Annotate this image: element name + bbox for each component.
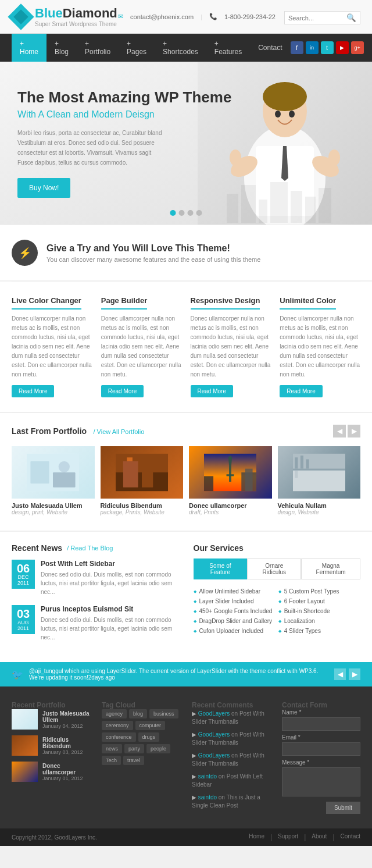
twitter-icon[interactable]: t bbox=[321, 41, 334, 54]
hero-dot-3[interactable] bbox=[188, 210, 194, 216]
tag-drugs[interactable]: drugs bbox=[138, 732, 160, 742]
comment-author-4[interactable]: saintdo bbox=[198, 773, 217, 780]
tag-news[interactable]: news bbox=[102, 744, 122, 753]
email-input[interactable] bbox=[282, 742, 360, 756]
svg-point-21 bbox=[59, 461, 70, 472]
facebook-icon[interactable]: f bbox=[291, 41, 303, 54]
footer-link-home[interactable]: Home bbox=[249, 833, 264, 841]
portfolio-svg-4 bbox=[293, 449, 345, 496]
tag-agency[interactable]: agency bbox=[102, 709, 127, 718]
nav-item-pages[interactable]: + Pages bbox=[119, 34, 155, 62]
read-more-btn-2[interactable]: Read More bbox=[101, 385, 144, 397]
news-day-2: 03 bbox=[16, 608, 30, 620]
comment-author-1[interactable]: GoodLayers bbox=[198, 710, 230, 717]
footer-link-contact[interactable]: Contact bbox=[341, 833, 360, 841]
read-more-btn-1[interactable]: Read More bbox=[12, 385, 54, 397]
hero-dot-1[interactable] bbox=[170, 210, 176, 216]
footer-link-about[interactable]: About bbox=[312, 833, 327, 841]
svg-rect-22 bbox=[53, 472, 76, 488]
portfolio-view-all-link[interactable]: / View All Portfolio bbox=[93, 428, 144, 435]
footer-thumb-2 bbox=[12, 735, 38, 756]
twitter-prev-button[interactable]: ◀ bbox=[334, 668, 346, 680]
service-item-10: 4 Slider Types bbox=[278, 626, 360, 636]
tag-people[interactable]: people bbox=[146, 744, 170, 753]
footer-link-sep-1: | bbox=[270, 833, 272, 841]
email-label: Email * bbox=[282, 734, 360, 741]
footer-link-support[interactable]: Support bbox=[278, 833, 298, 841]
news-item-title-1: Post With Left Sidebar bbox=[41, 560, 179, 568]
portfolio-prev-button[interactable]: ◀ bbox=[333, 425, 346, 437]
read-more-btn-4[interactable]: Read More bbox=[280, 385, 322, 397]
portfolio-caption-1: Justo Malesuada Ullem design, print, Web… bbox=[12, 499, 95, 519]
services-tab-3[interactable]: Magna Fermentum bbox=[301, 558, 360, 579]
svg-rect-25 bbox=[123, 461, 138, 488]
footer-link-sep-3: | bbox=[332, 833, 334, 841]
tag-computer[interactable]: computer bbox=[135, 721, 166, 730]
hero-title: The Most Amazing WP Theme bbox=[17, 88, 355, 106]
linkedin-icon[interactable]: in bbox=[306, 41, 319, 54]
portfolio-item-title-2: Ridiculus Bibendum bbox=[101, 502, 184, 509]
tag-tech[interactable]: Tech bbox=[102, 756, 121, 765]
portfolio-image-2 bbox=[101, 446, 184, 499]
feature-title-1: Live Color Changer bbox=[12, 296, 81, 310]
footer-portfolio-title: Recent Portfolio bbox=[12, 701, 90, 709]
news-month-2: AUG bbox=[16, 620, 30, 625]
services-tab-2[interactable]: Ornare Ridiculus bbox=[247, 558, 301, 579]
portfolio-caption-3: Donec ullamcorper draft, Prints bbox=[189, 499, 272, 519]
svg-rect-41 bbox=[293, 471, 345, 491]
features-section: Live Color Changer Donec ullamcorper nul… bbox=[0, 282, 372, 412]
googleplus-icon[interactable]: g+ bbox=[351, 41, 364, 54]
lightning-icon: ⚡ bbox=[19, 247, 31, 259]
contact-form: Name * Email * Message * Submit bbox=[282, 709, 360, 802]
portfolio-header-left: Last From Portfolio / View All Portfolio bbox=[12, 426, 144, 436]
portfolio-next-button[interactable]: ▶ bbox=[348, 425, 360, 437]
nav-item-blog[interactable]: + Blog bbox=[46, 34, 77, 62]
youtube-icon[interactable]: ▶ bbox=[336, 41, 349, 54]
footer-comments-title: Recent Comments bbox=[192, 701, 270, 709]
hero-dot-2[interactable] bbox=[179, 210, 185, 216]
nav-social: f in t ▶ g+ bbox=[291, 41, 364, 54]
service-item-5: Cufon Uploader Included bbox=[194, 626, 276, 636]
search-input[interactable] bbox=[288, 15, 346, 22]
nav-item-features[interactable]: + Features bbox=[206, 34, 250, 62]
comment-author-5[interactable]: saintdo bbox=[198, 794, 217, 801]
nav-item-contact[interactable]: Contact bbox=[250, 34, 290, 62]
tag-ceremony[interactable]: ceremony bbox=[102, 721, 133, 730]
feature-banner-desc: You can discover many awesome features a… bbox=[46, 256, 260, 263]
hero-dot-4[interactable] bbox=[196, 210, 202, 216]
search-button[interactable]: 🔍 bbox=[346, 13, 356, 22]
comment-author-2[interactable]: GoodLayers bbox=[198, 731, 230, 738]
nav-item-portfolio[interactable]: + Portfolio bbox=[77, 34, 119, 62]
read-more-btn-3[interactable]: Read More bbox=[191, 385, 233, 397]
feature-banner: ⚡ Give a Try and You Will Love This Them… bbox=[0, 225, 372, 281]
nav-item-shortcodes[interactable]: + Shortcodes bbox=[155, 34, 206, 62]
tag-business[interactable]: business bbox=[149, 709, 178, 718]
comment-author-3[interactable]: GoodLayers bbox=[198, 752, 230, 759]
service-item-2: Layer Slider Included bbox=[194, 596, 276, 606]
services-tab-1[interactable]: Some of Feature bbox=[194, 558, 248, 579]
twitter-text: @aji_tunggul which are using LayerSlider… bbox=[29, 668, 328, 681]
tag-blog[interactable]: blog bbox=[129, 709, 147, 718]
portfolio-item-tags-1: design, print, Website bbox=[12, 509, 95, 515]
tag-party[interactable]: party bbox=[124, 744, 144, 753]
footer-thumb-3 bbox=[12, 762, 38, 782]
email-text: contact@phoenix.com bbox=[130, 13, 194, 20]
tag-cloud-container: agency blog business ceremony computer c… bbox=[102, 709, 180, 765]
message-textarea[interactable] bbox=[282, 767, 360, 796]
logo-icon-inner bbox=[13, 9, 28, 24]
hero-buy-button[interactable]: Buy Now! bbox=[17, 178, 70, 198]
portfolio-nav-arrows: ◀ ▶ bbox=[333, 425, 360, 437]
tag-conference[interactable]: conference bbox=[102, 732, 136, 742]
nav-item-home[interactable]: + Home bbox=[12, 34, 46, 62]
submit-button[interactable]: Submit bbox=[326, 802, 360, 814]
name-input[interactable] bbox=[282, 717, 360, 731]
feature-card-3: Responsive Design Donec ullamcorper null… bbox=[191, 296, 271, 397]
svg-rect-31 bbox=[229, 465, 231, 482]
twitter-next-button[interactable]: ▶ bbox=[349, 668, 360, 680]
svg-rect-17 bbox=[305, 197, 316, 223]
news-header: Recent News / Read The Blog bbox=[12, 543, 179, 553]
news-blog-link[interactable]: / Read The Blog bbox=[67, 545, 113, 552]
tag-travel[interactable]: travel bbox=[123, 756, 144, 765]
search-box[interactable]: 🔍 bbox=[284, 11, 360, 24]
feature-desc-1: Donec ullamcorper nulla non metus ac is … bbox=[12, 314, 92, 379]
